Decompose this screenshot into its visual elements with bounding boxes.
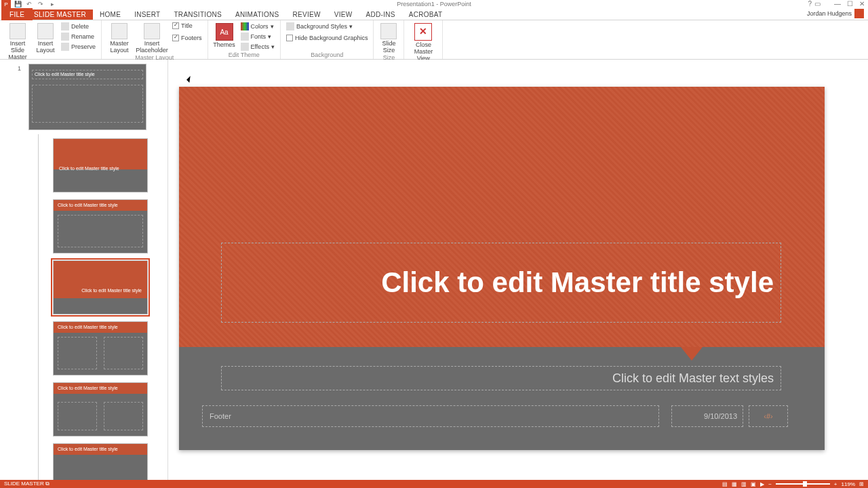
slide-canvas[interactable]: Click to edit Master title style Click t… — [168, 60, 868, 480]
signin-area[interactable]: Jordan Hudgens — [807, 8, 864, 19]
insert-layout-button[interactable]: Insert Layout — [34, 22, 57, 54]
maximize-icon[interactable]: ☐ — [845, 0, 854, 7]
tab-slide-master[interactable]: SLIDE MASTER — [27, 9, 93, 20]
subtitle-placeholder[interactable]: Click to edit Master text styles — [221, 366, 781, 390]
slide[interactable]: Click to edit Master title style Click t… — [179, 87, 825, 450]
rename-button[interactable]: Rename — [60, 32, 97, 41]
group-edit-theme: AaThemes Colors▾ Fonts▾ Effects▾ Edit Th… — [208, 20, 281, 59]
layout-thumbnail-4[interactable]: Click to edit Master title style — [53, 321, 161, 375]
view-normal-icon[interactable]: ▦ — [732, 481, 737, 487]
close-icon[interactable]: ✕ — [857, 0, 867, 7]
tab-transitions[interactable]: TRANSITIONS — [167, 9, 229, 20]
layout-thumbnail-6[interactable]: Click to edit Master title style — [53, 443, 161, 480]
master-layout-button[interactable]: Master Layout — [106, 22, 133, 54]
ribbon-tabs: FILE SLIDE MASTER HOME INSERT TRANSITION… — [0, 8, 868, 20]
hide-bg-checkbox[interactable]: Hide Background Graphics — [285, 34, 370, 42]
group-background: Background Styles▾ Hide Background Graph… — [281, 20, 374, 59]
delete-icon — [61, 22, 69, 30]
checkbox-icon — [172, 35, 179, 41]
close-master-icon: ✕ — [414, 23, 432, 41]
start-icon[interactable]: ▸ — [47, 0, 57, 8]
checkbox-icon — [286, 35, 293, 41]
master-layout-icon — [111, 23, 127, 39]
group-size: Slide Size Size — [374, 20, 404, 59]
insert-slide-master-label: Insert Slide Master — [4, 41, 31, 61]
themes-button[interactable]: AaThemes — [212, 22, 237, 49]
footer-text: Footer — [210, 412, 231, 420]
fit-to-window-icon[interactable]: ⊞ — [859, 481, 864, 487]
zoom-in-icon[interactable]: + — [834, 481, 837, 487]
tab-animations[interactable]: ANIMATIONS — [229, 9, 285, 20]
colors-icon — [241, 22, 249, 30]
status-launcher-icon[interactable]: ⧉ — [45, 481, 50, 487]
master-thumbnail[interactable]: 1 Click to edit Master title style — [28, 64, 161, 130]
view-reading-icon[interactable]: ▣ — [751, 481, 756, 487]
preserve-icon — [61, 43, 69, 51]
zoom-out-icon[interactable]: − — [768, 481, 772, 487]
thumb-title: Click to edit Master title style — [59, 166, 119, 171]
tab-home[interactable]: HOME — [93, 9, 127, 20]
user-name: Jordan Hudgens — [807, 10, 852, 17]
background-styles-button[interactable]: Background Styles▾ — [285, 22, 370, 31]
close-master-view-button[interactable]: ✕Close Master View — [408, 22, 438, 62]
slide-number-placeholder[interactable]: ‹#› — [749, 405, 788, 427]
ribbon-options-icon[interactable]: ▭ — [814, 0, 821, 7]
master-number: 1 — [18, 65, 21, 72]
size-icon — [380, 23, 397, 39]
bg-styles-label: Background Styles — [296, 23, 347, 30]
workspace: 1 Click to edit Master title style Click… — [0, 60, 868, 480]
save-icon[interactable]: 💾 — [13, 0, 22, 8]
thumb-title: Click to edit Master title style — [58, 386, 118, 390]
thumb-title: Click to edit Master title style — [81, 288, 142, 293]
ribbon: Insert Slide Master Insert Layout Delete… — [0, 20, 868, 60]
themes-icon: Aa — [216, 23, 233, 41]
window-controls: — ☐ ✕ — [833, 0, 867, 7]
layout-icon — [37, 23, 54, 39]
hide-bg-label: Hide Background Graphics — [295, 35, 368, 41]
thumbnail-panel[interactable]: 1 Click to edit Master title style Click… — [0, 60, 168, 480]
minimize-icon[interactable]: — — [833, 0, 842, 7]
insert-slide-master-button[interactable]: Insert Slide Master — [4, 22, 31, 61]
subtitle-text: Click to edit Master text styles — [612, 371, 774, 386]
tab-review[interactable]: REVIEW — [285, 9, 327, 20]
title-checkbox[interactable]: Title — [171, 22, 203, 30]
layout-thumbnail-2[interactable]: Click to edit Master title style — [53, 199, 161, 253]
tab-view[interactable]: VIEW — [328, 9, 359, 20]
insert-placeholder-button[interactable]: Insert Placeholder — [136, 22, 168, 54]
tab-insert[interactable]: INSERT — [127, 9, 167, 20]
layout-thumbnail-3[interactable]: Click to edit Master title style — [53, 260, 161, 314]
hierarchy-line — [38, 134, 39, 480]
layout-thumbnail-1[interactable]: Click to edit Master title style — [53, 138, 161, 192]
fonts-label: Fonts — [251, 33, 267, 40]
tab-file[interactable]: FILE — [1, 8, 33, 20]
status-mode-label: SLIDE MASTER — [4, 481, 44, 487]
help-icon[interactable]: ? — [808, 0, 812, 7]
title-check-label: Title — [181, 22, 193, 29]
tab-addins[interactable]: ADD-INS — [359, 9, 401, 20]
layout-thumbnail-5[interactable]: Click to edit Master title style — [53, 382, 161, 436]
group-edit-master: Insert Slide Master Insert Layout Delete… — [0, 20, 102, 59]
colors-label: Colors — [251, 23, 269, 30]
slide-size-button[interactable]: Slide Size — [378, 22, 399, 54]
effects-button[interactable]: Effects▾ — [239, 42, 276, 52]
view-slideshow-icon[interactable]: ▶ — [760, 481, 764, 487]
colors-button[interactable]: Colors▾ — [239, 22, 276, 31]
notes-button[interactable]: ▤ — [722, 481, 728, 487]
zoom-slider[interactable] — [776, 483, 830, 485]
dropdown-icon: ▾ — [271, 23, 274, 30]
preserve-button[interactable]: Preserve — [60, 42, 97, 52]
title-placeholder[interactable]: Click to edit Master title style — [221, 243, 781, 323]
fonts-button[interactable]: Fonts▾ — [239, 32, 276, 41]
delete-button[interactable]: Delete — [60, 22, 97, 31]
fonts-icon — [241, 33, 249, 41]
footers-checkbox[interactable]: Footers — [171, 34, 203, 42]
date-placeholder[interactable]: 9/10/2013 — [671, 405, 743, 427]
zoom-level[interactable]: 119% — [842, 481, 855, 487]
themes-label: Themes — [213, 42, 235, 49]
tab-acrobat[interactable]: ACROBAT — [402, 9, 450, 20]
footer-placeholder[interactable]: Footer — [202, 405, 659, 427]
undo-icon[interactable]: ↶ — [24, 0, 34, 8]
view-sorter-icon[interactable]: ▥ — [741, 481, 747, 487]
redo-icon[interactable]: ↷ — [36, 0, 45, 8]
status-mode: SLIDE MASTER ⧉ — [4, 481, 50, 487]
